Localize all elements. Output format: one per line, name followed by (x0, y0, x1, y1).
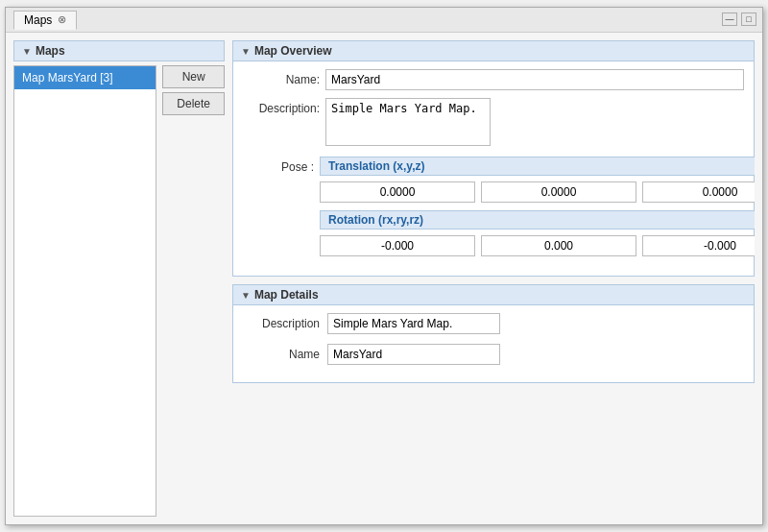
overview-section-content: Name: Description: Simple Mars Yard Map.… (233, 61, 754, 276)
rotation-header: Rotation (rx,ry,rz) (320, 210, 755, 230)
main-content: ▼ Maps Map MarsYard [3] New Delete ▼ Map… (6, 33, 762, 524)
description-label: Description: (243, 98, 320, 115)
details-name-input[interactable] (327, 344, 500, 365)
delete-button[interactable]: Delete (162, 92, 225, 115)
overview-collapse-arrow[interactable]: ▼ (241, 46, 251, 57)
main-window: Maps ⊗ — □ ▼ Maps Map MarsYard [3] (5, 7, 763, 525)
maximize-button[interactable]: □ (741, 12, 756, 26)
maps-section-label: Maps (36, 44, 65, 58)
new-button[interactable]: New (162, 65, 225, 88)
map-details-section: ▼ Map Details Description Name (232, 284, 755, 383)
details-name-label: Name (243, 348, 320, 361)
pose-content: Translation (x,y,z) Rotation (rx,ry,rz) (320, 157, 755, 264)
rotation-rz-input[interactable] (642, 235, 755, 256)
translation-y-input[interactable] (481, 181, 636, 203)
translation-inputs (320, 181, 755, 203)
rotation-inputs (320, 235, 755, 256)
list-area: Map MarsYard [3] New Delete (13, 65, 225, 517)
translation-z-input[interactable] (642, 181, 755, 203)
tab-close-icon[interactable]: ⊗ (58, 13, 66, 26)
details-description-input[interactable] (327, 313, 500, 334)
details-collapse-arrow[interactable]: ▼ (241, 290, 251, 301)
translation-header: Translation (x,y,z) (320, 157, 755, 176)
details-description-label: Description (243, 317, 320, 330)
details-section-content: Description Name (233, 305, 754, 382)
description-row: Description: Simple Mars Yard Map. (243, 98, 744, 149)
map-list-item[interactable]: Map MarsYard [3] (14, 66, 156, 89)
map-list: Map MarsYard [3] (13, 65, 156, 517)
overview-section-label: Map Overview (254, 44, 332, 58)
name-row: Name: (243, 69, 744, 90)
maps-collapse-arrow[interactable]: ▼ (22, 46, 32, 57)
details-description-row: Description (243, 313, 744, 334)
list-buttons: New Delete (162, 65, 225, 517)
maps-section-header: ▼ Maps (13, 40, 225, 61)
tab-label: Maps (24, 13, 52, 27)
pose-label: Pose : (243, 157, 320, 174)
description-textarea-wrapper: Simple Mars Yard Map. (325, 98, 744, 149)
right-panel: ▼ Map Overview Name: Description: Simple… (232, 40, 755, 517)
rotation-ry-input[interactable] (481, 235, 636, 256)
translation-x-input[interactable] (320, 181, 475, 203)
pose-row: Pose : Translation (x,y,z) Rotation (rx,… (243, 157, 744, 264)
maximize-icon: □ (746, 14, 751, 24)
window-title-bar: Maps ⊗ — □ (6, 8, 762, 33)
left-panel: ▼ Maps Map MarsYard [3] New Delete (13, 40, 225, 517)
name-input[interactable] (325, 69, 744, 90)
name-label: Name: (243, 69, 320, 86)
map-overview-section: ▼ Map Overview Name: Description: Simple… (232, 40, 755, 277)
minimize-button[interactable]: — (722, 12, 737, 26)
overview-section-header: ▼ Map Overview (233, 41, 754, 61)
details-name-row: Name (243, 344, 744, 365)
maps-tab[interactable]: Maps ⊗ (13, 11, 77, 30)
details-section-header: ▼ Map Details (233, 285, 754, 305)
details-section-label: Map Details (254, 288, 319, 302)
minimize-icon: — (726, 14, 734, 24)
rotation-rx-input[interactable] (320, 235, 475, 256)
description-textarea[interactable]: Simple Mars Yard Map. (325, 98, 491, 146)
